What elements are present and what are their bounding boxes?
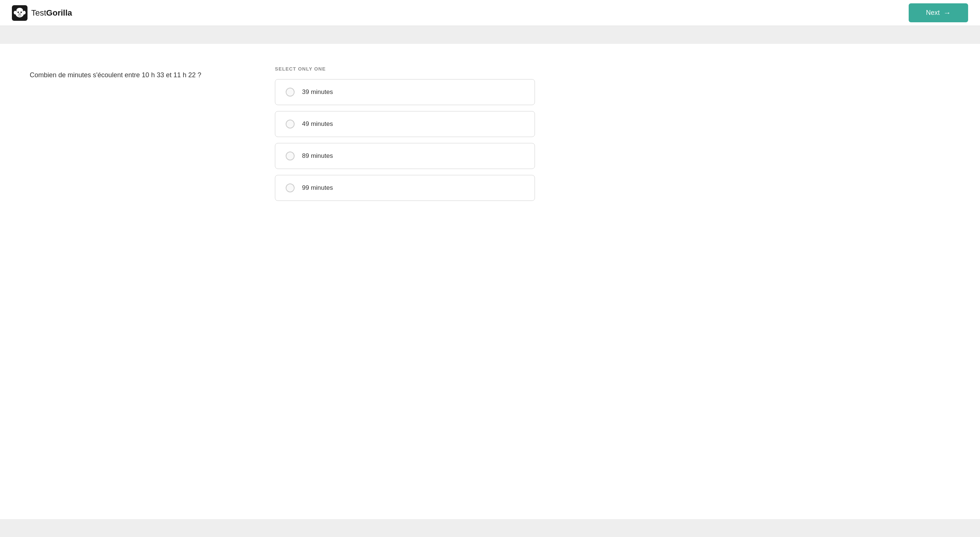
radio-circle-4 <box>286 183 294 192</box>
option-label-1: 39 minutes <box>302 88 333 96</box>
next-button-label: Next <box>926 9 940 17</box>
question-section: Combien de minutes s'écoulent entre 10 h… <box>30 66 253 497</box>
option-label-4: 99 minutes <box>302 184 333 192</box>
svg-point-8 <box>19 13 19 14</box>
answer-section: SELECT ONLY ONE 39 minutes 49 minutes 89… <box>275 66 535 497</box>
main-content: Combien de minutes s'écoulent entre 10 h… <box>0 44 980 519</box>
next-button[interactable]: Next → <box>909 3 968 22</box>
options-list: 39 minutes 49 minutes 89 minutes 99 minu… <box>275 79 535 201</box>
option-item-3[interactable]: 89 minutes <box>275 143 535 169</box>
option-item-2[interactable]: 49 minutes <box>275 111 535 137</box>
gorilla-icon <box>12 5 27 21</box>
progress-bar-area <box>0 26 980 44</box>
radio-circle-3 <box>286 151 294 160</box>
radio-circle-2 <box>286 119 294 129</box>
question-text: Combien de minutes s'écoulent entre 10 h… <box>30 70 253 81</box>
svg-point-9 <box>20 13 21 14</box>
svg-point-2 <box>14 11 17 14</box>
svg-point-4 <box>16 8 23 13</box>
app-header: TestGorilla Next → <box>0 0 980 26</box>
svg-point-5 <box>18 11 19 13</box>
option-label-2: 49 minutes <box>302 120 333 128</box>
logo-text: TestGorilla <box>31 8 72 18</box>
arrow-right-icon: → <box>943 8 951 17</box>
option-item-1[interactable]: 39 minutes <box>275 79 535 105</box>
svg-point-6 <box>21 11 22 13</box>
select-only-one-label: SELECT ONLY ONE <box>275 66 535 71</box>
logo: TestGorilla <box>12 5 72 21</box>
option-item-4[interactable]: 99 minutes <box>275 175 535 201</box>
svg-point-7 <box>18 13 21 15</box>
svg-point-3 <box>23 11 25 14</box>
footer-bar <box>0 519 980 537</box>
radio-circle-1 <box>286 87 294 97</box>
option-label-3: 89 minutes <box>302 152 333 160</box>
